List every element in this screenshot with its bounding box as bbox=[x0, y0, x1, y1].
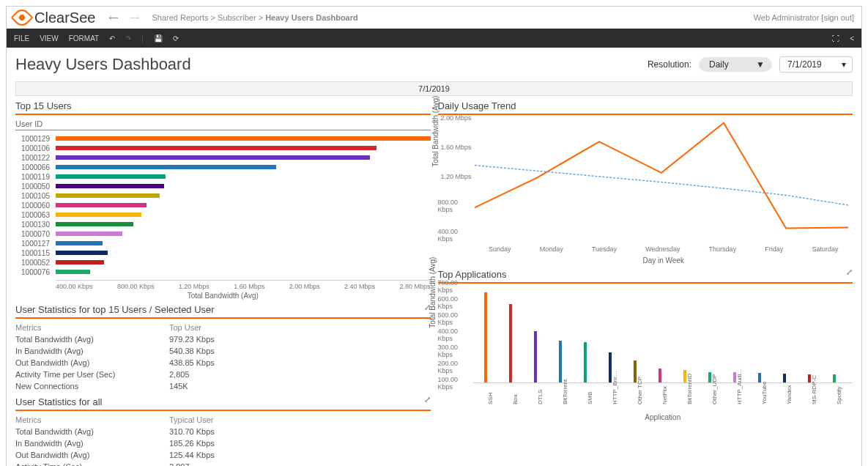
app-bar[interactable] bbox=[484, 292, 487, 382]
expand-icon[interactable]: ⤢ bbox=[846, 267, 853, 277]
bar-row[interactable]: 1000076 bbox=[15, 267, 431, 276]
metric-value: 185.26 Kbps bbox=[169, 437, 431, 449]
bar-label: 1000105 bbox=[15, 192, 56, 200]
xtick: 2.80 Mbps bbox=[399, 283, 430, 290]
bar-label: 1000106 bbox=[15, 144, 56, 152]
bar-row[interactable]: 1000052 bbox=[15, 258, 431, 267]
calendar-caret-icon: ▾ bbox=[842, 59, 846, 70]
ytick: 2.00 Mbps bbox=[440, 114, 471, 122]
bar-fill bbox=[56, 212, 141, 217]
bar-row[interactable]: 1000119 bbox=[15, 172, 431, 181]
metric-label: Out Bandwidth (Avg) bbox=[15, 357, 169, 369]
app-bar[interactable] bbox=[758, 373, 761, 382]
bar-row[interactable]: 1000106 bbox=[15, 144, 431, 152]
metric-label: In Bandwidth (Avg) bbox=[15, 345, 169, 357]
apps-ylabel: Total Bandwidth (Avg) bbox=[428, 257, 436, 328]
app-bar[interactable] bbox=[683, 370, 686, 382]
back-icon[interactable]: 🡐 bbox=[108, 12, 119, 23]
app-label: Other TCP bbox=[637, 377, 643, 404]
xtick: 1.60 Mbps bbox=[234, 283, 264, 290]
bar-row[interactable]: 1000063 bbox=[15, 210, 431, 219]
app-bar[interactable] bbox=[783, 374, 786, 382]
app-bar[interactable] bbox=[634, 360, 637, 382]
bar-row[interactable]: 1000060 bbox=[15, 201, 431, 210]
th-metrics: Metrics bbox=[15, 322, 169, 333]
bar-row[interactable]: 1000122 bbox=[15, 153, 431, 162]
app-label: SSH bbox=[487, 393, 494, 404]
xtick: 2.40 Mbps bbox=[344, 283, 375, 290]
fullscreen-icon[interactable]: ⛶ bbox=[832, 34, 839, 42]
bar-fill bbox=[56, 232, 122, 236]
th-metrics2: Metrics bbox=[15, 414, 169, 426]
app-label: SMB bbox=[587, 392, 593, 404]
bar-row[interactable]: 1000127 bbox=[15, 239, 431, 248]
menu-view[interactable]: VIEW bbox=[40, 34, 59, 42]
undo-icon[interactable]: ↶ bbox=[109, 34, 115, 42]
app-bar[interactable] bbox=[708, 372, 711, 382]
ytick: 400.00 Kbps bbox=[438, 228, 472, 243]
th-topuser: Top User bbox=[169, 322, 431, 333]
crumb-root[interactable]: Shared Reports bbox=[152, 13, 208, 22]
metric-value: 145K bbox=[169, 380, 431, 392]
resolution-select[interactable]: Daily ▼ bbox=[699, 57, 772, 72]
app-bar[interactable] bbox=[733, 372, 736, 382]
app-label: Other_UDP bbox=[711, 374, 718, 404]
share-icon[interactable]: < bbox=[850, 34, 854, 42]
xtick: Monday bbox=[540, 245, 563, 253]
bar-row[interactable]: 1000070 bbox=[15, 229, 431, 238]
stats-all-panel: User Statistics for all⤢ Metrics Typical… bbox=[15, 396, 431, 466]
page-title: Heavy Users Dashboard bbox=[15, 55, 191, 74]
app-bar[interactable] bbox=[534, 331, 537, 382]
crumb-mid[interactable]: Subscriber bbox=[218, 13, 256, 22]
bar-fill bbox=[56, 155, 370, 160]
metric-label: Activity Time (Sec) bbox=[15, 461, 169, 466]
menu-file[interactable]: FILE bbox=[14, 34, 29, 42]
bar-fill bbox=[56, 260, 104, 265]
metric-label: Total Bandwidth (Avg) bbox=[15, 426, 169, 437]
apps-panel: Top Applications⤢ Total Bandwidth (Avg) … bbox=[438, 269, 853, 418]
top-bar: ClearSee 🡐 🡒 Shared Reports > Subscriber… bbox=[7, 7, 861, 29]
bar-row[interactable]: 1000115 bbox=[15, 248, 431, 257]
expand-icon[interactable]: ⤢ bbox=[424, 395, 431, 404]
menu-format[interactable]: FORMAT bbox=[69, 34, 99, 42]
app-label: Spotify bbox=[836, 387, 842, 404]
app-label: Yandex bbox=[786, 385, 793, 404]
app-bar[interactable] bbox=[808, 374, 811, 382]
app-bar[interactable] bbox=[659, 369, 661, 382]
app-bar[interactable] bbox=[609, 352, 612, 382]
date-banner: 7/1/2019 bbox=[15, 81, 853, 96]
bar-row[interactable]: 1000130 bbox=[15, 220, 431, 229]
forward-icon[interactable]: 🡒 bbox=[130, 12, 140, 23]
bar-row[interactable]: 1000066 bbox=[15, 163, 431, 171]
crumb-leaf: Heavy Users Dashboard bbox=[265, 13, 358, 22]
bar-row[interactable]: 1000105 bbox=[15, 191, 431, 200]
redo-icon[interactable]: ↷ bbox=[125, 34, 131, 42]
daily-svg bbox=[475, 118, 848, 243]
metric-label: Activity Time per User (Sec) bbox=[15, 369, 169, 380]
app-bar[interactable] bbox=[584, 342, 587, 382]
xtick: Wednesday bbox=[645, 245, 680, 253]
ytick: 800.00 Kbps bbox=[438, 199, 472, 213]
app-label: MS-RDP-C bbox=[811, 375, 817, 404]
ytick: 300.00 Kbps bbox=[438, 344, 470, 358]
sign-out-link[interactable]: [sign out] bbox=[821, 13, 854, 22]
ytick: 200.00 Kbps bbox=[438, 360, 470, 374]
ytick: 700.00 Kbps bbox=[438, 279, 470, 294]
app-label: DTLS bbox=[537, 390, 544, 404]
bar-fill bbox=[56, 165, 276, 169]
bar-fill bbox=[56, 184, 164, 188]
save-icon[interactable]: 💾 bbox=[154, 34, 163, 42]
top15-panel: Top 15 Users User ID 1000129100010610001… bbox=[15, 100, 431, 300]
bar-row[interactable]: 1000050 bbox=[15, 182, 431, 191]
metric-value: 540.38 Kbps bbox=[169, 345, 431, 357]
bar-fill bbox=[56, 222, 133, 226]
metric-value: 979.23 Kbps bbox=[169, 333, 431, 345]
app-bar[interactable] bbox=[509, 304, 512, 382]
app-bar[interactable] bbox=[833, 374, 836, 382]
bar-label: 1000115 bbox=[15, 249, 56, 257]
app-label: BitTorrent bbox=[562, 380, 568, 404]
bar-row[interactable]: 1000129 bbox=[15, 134, 431, 143]
app-bar[interactable] bbox=[559, 341, 562, 382]
refresh-icon[interactable]: ⟳ bbox=[173, 34, 179, 42]
date-picker[interactable]: 7/1/2019 ▾ bbox=[779, 56, 853, 73]
